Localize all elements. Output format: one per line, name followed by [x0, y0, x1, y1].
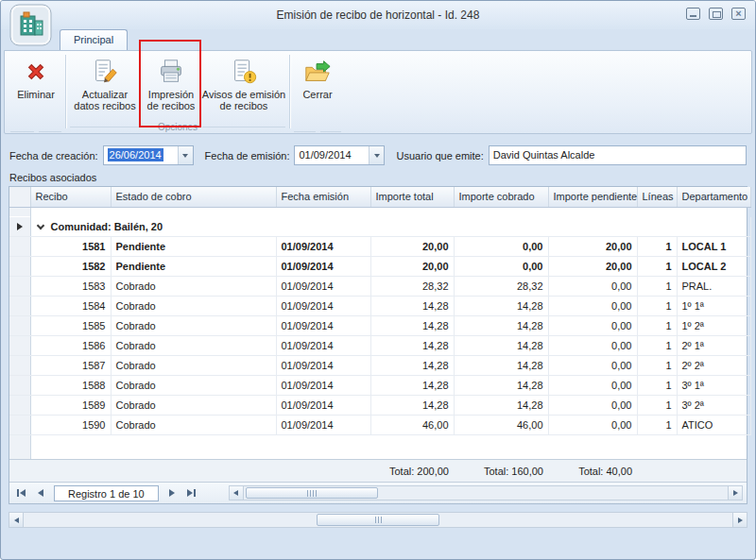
fecha-emision-dropdown-button[interactable]	[369, 146, 384, 164]
grid-cell[interactable]: LOCAL 2	[677, 256, 750, 276]
table-row[interactable]: 1587Cobrado01/09/201414,2814,280,0012º 2…	[9, 355, 750, 375]
column-header-importe-pendiente[interactable]: Importe pendiente	[548, 187, 637, 207]
column-header-recibo[interactable]: Recibo	[30, 187, 111, 207]
grid-cell[interactable]: 1	[637, 296, 677, 315]
fecha-emision-value[interactable]: 01/09/2014	[295, 146, 369, 164]
last-record-button[interactable]	[183, 485, 199, 501]
grid-cell[interactable]: 14,28	[454, 355, 548, 375]
avisos-button[interactable]: Avisos de emisión de recibos	[200, 53, 287, 111]
grid-cell[interactable]: 14,28	[370, 335, 454, 355]
grid-cell[interactable]: PRAL.	[677, 276, 750, 296]
grid-cell[interactable]: 0,00	[548, 335, 637, 355]
grid-cell[interactable]: 0,00	[454, 236, 548, 256]
grid-cell[interactable]: Cobrado	[111, 375, 276, 395]
table-row[interactable]: 1588Cobrado01/09/201414,2814,280,0013º 1…	[9, 375, 750, 395]
fecha-creacion-input[interactable]: 26/06/2014	[103, 145, 194, 165]
grid-cell[interactable]: 1586	[30, 335, 111, 355]
grid-cell[interactable]: Cobrado	[111, 395, 276, 415]
grid-cell[interactable]: 28,32	[370, 276, 454, 296]
grid-cell[interactable]: Cobrado	[111, 276, 276, 296]
grid-cell[interactable]: 14,28	[454, 335, 548, 355]
grid-cell[interactable]: 14,28	[454, 375, 548, 395]
grid-cell[interactable]: 14,28	[454, 395, 548, 415]
grid-cell[interactable]: 0,00	[454, 256, 548, 276]
restore-button[interactable]	[709, 8, 723, 20]
grid-cell[interactable]: 1º 1ª	[677, 296, 750, 315]
grid-cell[interactable]: 1	[637, 375, 677, 395]
grid-cell[interactable]: 01/09/2014	[276, 415, 370, 434]
first-record-button[interactable]	[13, 485, 29, 501]
grid-cell[interactable]: 14,28	[370, 375, 454, 395]
grid-cell[interactable]: Cobrado	[111, 296, 276, 315]
grid-cell[interactable]: Cobrado	[111, 315, 276, 335]
grid-cell[interactable]: 1582	[30, 256, 111, 276]
table-row[interactable]: 1590Cobrado01/09/201446,0046,000,001ATIC…	[9, 415, 750, 434]
grid-horizontal-scrollbar[interactable]	[229, 485, 743, 501]
grid-cell[interactable]: 20,00	[370, 256, 454, 276]
grid-cell[interactable]: 2º 1ª	[677, 335, 750, 355]
grid-cell[interactable]: 46,00	[454, 415, 548, 434]
close-button[interactable]: ×	[731, 8, 746, 20]
usuario-field[interactable]: David Quintas Alcalde	[489, 145, 747, 165]
column-header-departamento[interactable]: Departamento	[677, 187, 750, 207]
grid-cell[interactable]: 20,00	[370, 236, 454, 256]
grid-cell[interactable]: ATICO	[677, 415, 750, 434]
grid-cell[interactable]: 14,28	[454, 315, 548, 335]
grid-cell[interactable]: 14,28	[454, 296, 548, 315]
grid-cell[interactable]: 01/09/2014	[276, 296, 370, 315]
grid-cell[interactable]: 20,00	[548, 256, 637, 276]
grid-cell[interactable]: 0,00	[548, 296, 637, 315]
grid-cell[interactable]: 1587	[30, 355, 111, 375]
table-row[interactable]: 1584Cobrado01/09/201414,2814,280,0011º 1…	[9, 296, 750, 315]
column-header-importe-total[interactable]: Importe total	[370, 187, 454, 207]
grid-cell[interactable]: 01/09/2014	[276, 236, 370, 256]
grid-cell[interactable]: LOCAL 1	[677, 236, 750, 256]
grid-cell[interactable]: 1585	[30, 315, 111, 335]
column-header-importe-cobrado[interactable]: Importe cobrado	[454, 187, 548, 207]
grid-cell[interactable]: 1º 2ª	[677, 315, 750, 335]
grid-cell[interactable]: 1584	[30, 296, 111, 315]
grid-cell[interactable]: Cobrado	[111, 415, 276, 434]
grid-cell[interactable]: 01/09/2014	[276, 315, 370, 335]
table-row[interactable]: 1586Cobrado01/09/201414,2814,280,0012º 1…	[9, 335, 750, 355]
group-row-cell[interactable]: Comunidad: Bailén, 20	[30, 216, 750, 236]
fecha-creacion-value[interactable]: 26/06/2014	[108, 148, 163, 161]
grid-cell[interactable]: 1	[637, 256, 677, 276]
scroll-left-button[interactable]	[230, 486, 244, 500]
grid-cell[interactable]: 14,28	[370, 355, 454, 375]
scrollbar-thumb[interactable]	[317, 514, 439, 526]
cerrar-button[interactable]: Cerrar	[292, 53, 343, 100]
fecha-emision-input[interactable]: 01/09/2014	[294, 145, 385, 165]
grid-cell[interactable]: 0,00	[548, 415, 637, 434]
prev-record-button[interactable]	[32, 485, 48, 501]
grid-cell[interactable]: 1581	[30, 236, 111, 256]
grid-cell[interactable]: 1	[637, 276, 677, 296]
impresion-button[interactable]: Impresión de recibos	[142, 53, 200, 111]
grid-cell[interactable]: 1588	[30, 375, 111, 395]
grid-cell[interactable]: 1	[637, 315, 677, 335]
tab-principal[interactable]: Principal	[60, 29, 128, 50]
table-row[interactable]: 1589Cobrado01/09/201414,2814,280,0013º 2…	[9, 395, 750, 415]
column-header-fecha-emision[interactable]: Fecha emisión	[276, 187, 370, 207]
grid-cell[interactable]: 0,00	[548, 375, 637, 395]
grid-cell[interactable]: 14,28	[370, 315, 454, 335]
grid-cell[interactable]: 0,00	[548, 395, 637, 415]
grid-cell[interactable]: 1583	[30, 276, 111, 296]
column-header-estado[interactable]: Estado de cobro	[111, 187, 276, 207]
grid-cell[interactable]: 28,32	[454, 276, 548, 296]
group-row[interactable]: Comunidad: Bailén, 20	[9, 216, 750, 236]
grid-cell[interactable]: 01/09/2014	[276, 276, 370, 296]
app-menu-button[interactable]	[9, 4, 52, 46]
grid-cell[interactable]: 1	[637, 395, 677, 415]
grid-cell[interactable]: 3º 1ª	[677, 375, 750, 395]
grid-cell[interactable]: Pendiente	[111, 256, 276, 276]
scroll-left-button[interactable]	[9, 513, 24, 527]
grid-cell[interactable]: 0,00	[548, 276, 637, 296]
grid-cell[interactable]: 1	[637, 355, 677, 375]
grid-cell[interactable]: 01/09/2014	[276, 256, 370, 276]
grid-cell[interactable]: 1	[637, 335, 677, 355]
grid-cell[interactable]: 20,00	[548, 236, 637, 256]
grid-cell[interactable]: 2º 2ª	[677, 355, 750, 375]
scrollbar-track[interactable]	[24, 513, 732, 527]
scrollbar-track[interactable]	[244, 486, 728, 500]
